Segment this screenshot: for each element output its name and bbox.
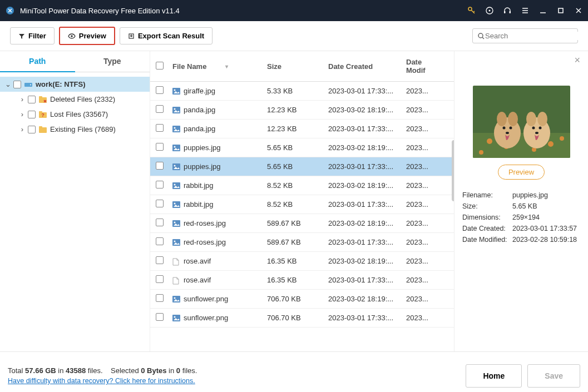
file-modified: 2023... — [406, 238, 442, 246]
table-row[interactable]: red-roses.jpg589.67 KB2023-03-02 18:19:.… — [150, 214, 454, 233]
menu-icon[interactable] — [520, 6, 530, 16]
file-modified: 2023... — [406, 87, 442, 95]
svg-point-69 — [535, 132, 538, 134]
file-size: 5.33 KB — [267, 87, 328, 95]
svg-rect-30 — [172, 107, 180, 113]
table-row[interactable]: red-roses.jpg589.67 KB2023-03-01 17:33:.… — [150, 233, 454, 252]
tab-path[interactable]: Path — [0, 51, 75, 72]
chevron-down-icon[interactable]: ⌄ — [4, 80, 11, 88]
checkbox[interactable] — [156, 313, 164, 321]
file-modified: 2023... — [406, 276, 442, 284]
file-modified: 2023... — [406, 162, 442, 171]
minimize-icon[interactable] — [538, 6, 548, 16]
home-button[interactable]: Home — [466, 364, 522, 388]
close-icon[interactable] — [574, 6, 584, 16]
chevron-right-icon[interactable]: › — [19, 95, 26, 103]
checkbox[interactable] — [156, 181, 164, 188]
checkbox[interactable] — [156, 86, 164, 94]
tree-item-label: Lost Files (33567) — [50, 110, 108, 118]
col-filename[interactable]: File Name — [172, 62, 267, 71]
tree-item[interactable]: ›?Lost Files (33567) — [0, 107, 150, 122]
filter-label: Filter — [28, 32, 46, 40]
filter-button[interactable]: Filter — [10, 27, 55, 44]
svg-rect-46 — [172, 296, 180, 302]
file-size: 589.67 KB — [267, 238, 328, 246]
svg-rect-6 — [504, 11, 506, 13]
checkbox[interactable] — [28, 126, 36, 133]
svg-point-65 — [526, 112, 536, 126]
preview-open-button[interactable]: Preview — [498, 165, 545, 180]
svg-rect-48 — [172, 315, 180, 321]
checkbox[interactable] — [156, 105, 164, 113]
table-row[interactable]: rose.avif16.35 KB2023-03-01 17:33:...202… — [150, 271, 454, 290]
file-size: 706.70 KB — [267, 295, 328, 303]
table-row[interactable]: panda.jpg12.23 KB2023-03-02 18:19:...202… — [150, 101, 454, 120]
search-input[interactable] — [485, 32, 579, 40]
save-button[interactable]: Save — [527, 364, 580, 388]
checkbox[interactable] — [156, 237, 164, 245]
file-size: 12.23 KB — [267, 125, 328, 133]
svg-point-49 — [174, 316, 176, 317]
checkbox[interactable] — [13, 81, 21, 88]
folder-icon: ? — [38, 111, 48, 118]
disc-icon[interactable] — [485, 6, 495, 16]
checkbox[interactable] — [156, 162, 164, 170]
table-row[interactable]: giraffe.jpg5.33 KB2023-03-01 17:33:...20… — [150, 82, 454, 101]
search-box[interactable] — [472, 28, 578, 43]
col-size[interactable]: Size — [267, 62, 328, 71]
col-modified[interactable]: Date Modif — [406, 58, 442, 75]
svg-rect-7 — [510, 11, 511, 13]
checkbox[interactable] — [156, 124, 164, 132]
checkbox[interactable] — [156, 143, 164, 151]
search-icon — [477, 32, 485, 40]
chevron-right-icon[interactable]: › — [19, 125, 26, 133]
headset-icon[interactable] — [502, 6, 512, 16]
checkbox[interactable] — [156, 219, 164, 226]
meta-filename-label: Filename: — [462, 191, 512, 199]
svg-rect-42 — [172, 220, 180, 227]
checkbox[interactable] — [156, 294, 164, 302]
svg-rect-27 — [39, 126, 42, 128]
col-created[interactable]: Date Created — [328, 62, 406, 71]
checkbox[interactable] — [28, 111, 36, 118]
tab-type[interactable]: Type — [75, 51, 150, 72]
file-modified: 2023... — [406, 219, 442, 227]
table-row[interactable]: rabbit.jpg8.52 KB2023-03-02 18:19:...202… — [150, 176, 454, 195]
checkbox[interactable] — [28, 96, 36, 103]
tree-item[interactable]: ›Deleted Files (2332) — [0, 92, 150, 107]
svg-point-37 — [174, 165, 176, 166]
file-created: 2023-03-01 17:33:... — [328, 87, 406, 95]
meta-modified: 2023-02-28 10:59:18 — [512, 236, 580, 244]
table-row[interactable]: panda.jpg12.23 KB2023-03-01 17:33:...202… — [150, 120, 454, 138]
file-name: panda.jpg — [184, 106, 215, 114]
svg-text:?: ? — [41, 112, 45, 118]
preview-button[interactable]: Preview — [59, 27, 115, 45]
svg-point-33 — [174, 127, 176, 128]
folder-icon — [38, 96, 48, 103]
tree-root[interactable]: ⌄ work(E: NTFS) — [0, 77, 150, 92]
file-size: 8.52 KB — [267, 200, 328, 209]
table-row[interactable]: rabbit.jpg8.52 KB2023-03-01 17:33:...202… — [150, 195, 454, 214]
checkbox[interactable] — [156, 256, 164, 264]
help-link[interactable]: Have difficulty with data recovery? Clic… — [8, 377, 195, 385]
key-icon[interactable] — [467, 6, 477, 16]
file-created: 2023-03-02 18:19:... — [328, 257, 406, 265]
table-row[interactable]: puppies.jpg5.65 KB2023-03-01 17:33:...20… — [150, 157, 454, 176]
table-row[interactable]: puppies.jpg5.65 KB2023-03-02 18:19:...20… — [150, 138, 454, 157]
tree-item[interactable]: ›Existing Files (7689) — [0, 122, 150, 137]
svg-point-56 — [560, 136, 564, 141]
table-row[interactable]: sunflower.png706.70 KB2023-03-01 17:33:.… — [150, 309, 454, 328]
table-row[interactable]: rose.avif16.35 KB2023-03-02 18:19:...202… — [150, 252, 454, 271]
tree: ⌄ work(E: NTFS) ›Deleted Files (2332)›?L… — [0, 72, 150, 141]
image-icon — [172, 315, 180, 321]
svg-point-43 — [174, 221, 176, 223]
checkbox[interactable] — [156, 275, 164, 283]
checkbox-all[interactable] — [156, 62, 164, 70]
checkbox[interactable] — [156, 200, 164, 207]
table-row[interactable]: sunflower.png706.70 KB2023-03-02 18:19:.… — [150, 290, 454, 309]
maximize-icon[interactable] — [556, 6, 566, 16]
close-preview-icon[interactable]: × — [574, 54, 580, 66]
export-button[interactable]: Export Scan Result — [120, 27, 213, 44]
file-modified: 2023... — [406, 106, 442, 114]
chevron-right-icon[interactable]: › — [19, 110, 26, 118]
